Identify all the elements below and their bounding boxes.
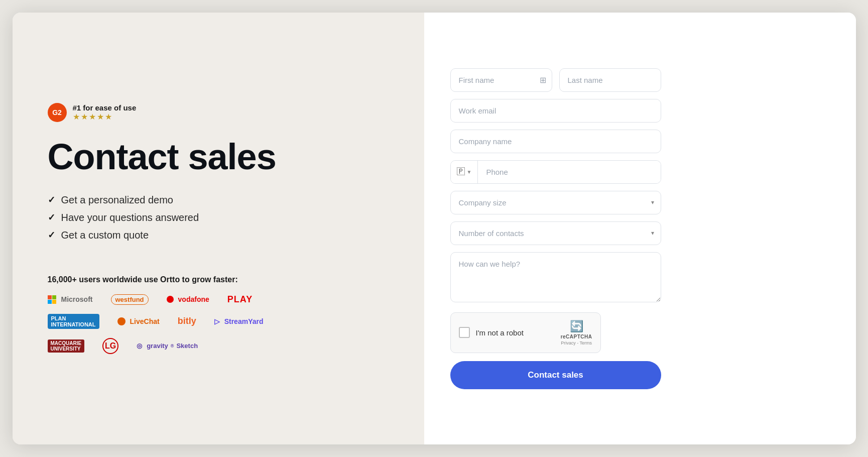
microsoft-grid-icon	[48, 295, 56, 304]
phone-input[interactable]	[478, 161, 660, 183]
phone-flag-icon: 🇵	[457, 167, 465, 176]
work-email-input[interactable]	[450, 99, 661, 123]
num-contacts-wrapper: Number of contacts 0-500 500-2,000 2,000…	[450, 221, 661, 245]
submit-button[interactable]: Contact sales	[450, 361, 661, 389]
feature-item-3: ✓ Get a custom quote	[48, 230, 389, 241]
recaptcha-box[interactable]: I'm not a robot 🔄 reCAPTCHA Privacy - Te…	[450, 312, 601, 353]
streamyard-icon: ▷	[214, 317, 220, 325]
logo-row-1: Microsoft westfund vodafone PLAY	[48, 294, 389, 305]
check-icon-1: ✓	[48, 194, 55, 205]
last-name-input[interactable]	[559, 68, 661, 92]
recaptcha-left: I'm not a robot	[459, 327, 524, 338]
phone-row: 🇵 ▼	[450, 160, 661, 184]
stars: ★★★★★	[73, 112, 137, 122]
first-name-field: ⊞	[450, 68, 552, 92]
company-name-input[interactable]	[450, 130, 661, 153]
logo-westfund: westfund	[111, 294, 149, 305]
feature-text-1: Get a personalized demo	[61, 194, 173, 206]
page-wrapper: G2 #1 for ease of use ★★★★★ Contact sale…	[13, 13, 856, 444]
chevron-down-icon: ▼	[467, 169, 472, 175]
company-name-field	[450, 130, 661, 153]
form-container: ⊞ 🇵 ▼	[450, 68, 661, 389]
feature-item-2: ✓ Have your questions answered	[48, 212, 389, 223]
logo-macquarie: MACQUARIEUNIVERSITY	[48, 339, 85, 353]
g2-logo: G2	[48, 103, 67, 122]
logo-grid: Microsoft westfund vodafone PLAY PLANINT…	[48, 294, 389, 354]
logo-microsoft: Microsoft	[48, 295, 93, 304]
users-count: 16,000+ users worldwide use Ortto to gro…	[48, 275, 389, 284]
num-contacts-select[interactable]: Number of contacts 0-500 500-2,000 2,000…	[450, 221, 661, 245]
users-section: 16,000+ users worldwide use Ortto to gro…	[48, 275, 389, 354]
person-icon: ⊞	[540, 75, 546, 85]
feature-text-3: Get a custom quote	[61, 230, 149, 241]
gravity-icon: ◎	[137, 342, 142, 350]
recaptcha-brand-text: reCAPTCHA	[561, 334, 592, 339]
recaptcha-logo-icon: 🔄	[570, 320, 583, 333]
help-textarea[interactable]	[450, 252, 661, 302]
check-icon-3: ✓	[48, 230, 55, 241]
left-panel: G2 #1 for ease of use ★★★★★ Contact sale…	[13, 13, 424, 444]
recaptcha-right: 🔄 reCAPTCHA Privacy - Terms	[561, 320, 592, 346]
main-heading: Contact sales	[48, 138, 389, 176]
logo-livechat: LiveChat	[117, 317, 160, 325]
check-icon-2: ✓	[48, 212, 55, 223]
logo-streamyard: ▷ StreamYard	[214, 317, 264, 325]
company-size-wrapper: Company size 1-10 11-50 51-200 201-500 5…	[450, 191, 661, 214]
badge-text: #1 for ease of use ★★★★★	[73, 103, 137, 122]
phone-country-selector[interactable]: 🇵 ▼	[451, 161, 478, 183]
logo-plan: PLANINTERNATIONAL	[48, 314, 99, 329]
work-email-field	[450, 99, 661, 123]
logo-row-2: PLANINTERNATIONAL LiveChat bitly ▷ Strea…	[48, 314, 389, 329]
vodafone-dot-icon	[167, 296, 174, 303]
logo-bitly: bitly	[178, 316, 196, 326]
logo-vodafone: vodafone	[167, 295, 209, 303]
feature-item-1: ✓ Get a personalized demo	[48, 194, 389, 206]
logo-play: PLAY	[227, 294, 253, 305]
badge-row: G2 #1 for ease of use ★★★★★	[48, 103, 389, 122]
right-panel: ⊞ 🇵 ▼	[424, 13, 856, 444]
features-list: ✓ Get a personalized demo ✓ Have your qu…	[48, 194, 389, 247]
logo-row-3: MACQUARIEUNIVERSITY LG ◎ gravity® Sketch	[48, 338, 389, 354]
livechat-icon	[117, 317, 126, 325]
recaptcha-label: I'm not a robot	[476, 328, 524, 337]
name-row: ⊞	[450, 68, 661, 92]
help-textarea-wrapper	[450, 252, 661, 304]
feature-text-2: Have your questions answered	[61, 212, 199, 223]
last-name-field	[559, 68, 661, 92]
company-size-select[interactable]: Company size 1-10 11-50 51-200 201-500 5…	[450, 191, 661, 214]
recaptcha-links-text: Privacy - Terms	[561, 340, 592, 346]
logo-gravity: ◎ gravity® Sketch	[137, 342, 198, 350]
badge-title: #1 for ease of use	[73, 103, 137, 112]
first-name-input[interactable]	[450, 68, 552, 92]
logo-lg: LG	[102, 338, 118, 354]
recaptcha-checkbox[interactable]	[459, 327, 470, 338]
